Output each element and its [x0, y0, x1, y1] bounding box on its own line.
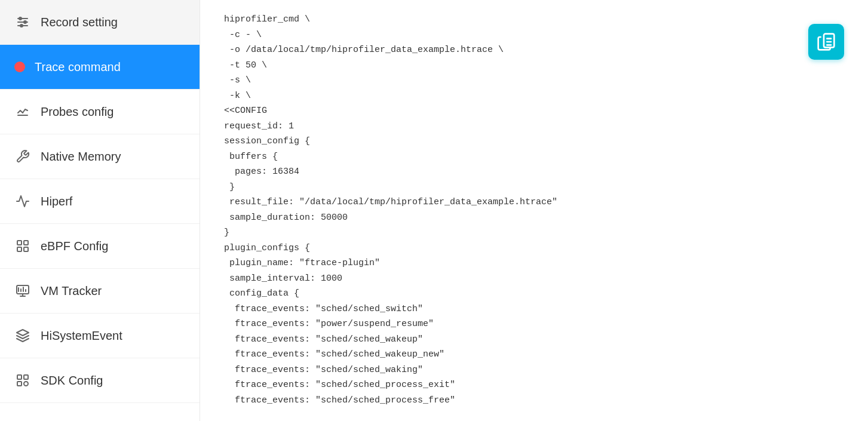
copy-button[interactable]: [808, 24, 844, 60]
sliders-icon: [14, 14, 31, 30]
sidebar-item-label: Trace command: [35, 60, 121, 74]
sidebar: Record setting Trace command Probes conf…: [0, 0, 200, 421]
probes-icon: [14, 103, 31, 120]
sidebar-item-sdk-config[interactable]: SDK Config: [0, 358, 200, 403]
hiperf-icon: [14, 193, 31, 210]
ebpf-icon: [14, 238, 31, 254]
record-dot-icon: [14, 62, 25, 72]
svg-rect-7: [17, 241, 22, 245]
svg-point-3: [19, 17, 22, 20]
svg-point-21: [24, 382, 28, 386]
sidebar-item-native-memory[interactable]: Native Memory: [0, 134, 200, 179]
sidebar-item-ebpf-config[interactable]: eBPF Config: [0, 224, 200, 269]
sidebar-item-label: Hiperf: [41, 195, 72, 208]
sidebar-item-hisystemevent[interactable]: HiSystemEvent: [0, 314, 200, 358]
sidebar-item-label: VM Tracker: [41, 284, 102, 298]
svg-rect-8: [24, 241, 28, 245]
svg-rect-10: [24, 247, 28, 251]
sidebar-item-label: Record setting: [41, 16, 118, 29]
svg-point-4: [24, 21, 26, 23]
sidebar-item-label: Native Memory: [41, 150, 121, 164]
svg-rect-9: [17, 247, 22, 251]
sidebar-item-hiperf[interactable]: Hiperf: [0, 179, 200, 224]
sidebar-item-probes-config[interactable]: Probes config: [0, 90, 200, 134]
sidebar-item-label: Probes config: [41, 105, 114, 119]
sdk-icon: [14, 372, 31, 389]
sidebar-item-label: HiSystemEvent: [41, 329, 122, 343]
svg-rect-20: [17, 382, 22, 386]
sidebar-item-trace-command[interactable]: Trace command: [0, 45, 200, 90]
svg-point-5: [20, 24, 23, 27]
sidebar-item-label: eBPF Config: [41, 239, 108, 253]
sidebar-item-vm-tracker[interactable]: VM Tracker: [0, 269, 200, 314]
clipboard-icon: [817, 32, 836, 51]
main-content: hiprofiler_cmd \ -c - \ -o /data/local/t…: [200, 0, 868, 421]
vm-tracker-icon: [14, 282, 31, 299]
svg-rect-18: [17, 375, 22, 379]
hisystem-icon: [14, 327, 31, 344]
svg-rect-19: [24, 375, 28, 379]
wrench-icon: [14, 148, 31, 165]
sidebar-item-record-setting[interactable]: Record setting: [0, 0, 200, 45]
sidebar-item-label: SDK Config: [41, 374, 103, 388]
trace-command-code[interactable]: hiprofiler_cmd \ -c - \ -o /data/local/t…: [200, 0, 868, 421]
